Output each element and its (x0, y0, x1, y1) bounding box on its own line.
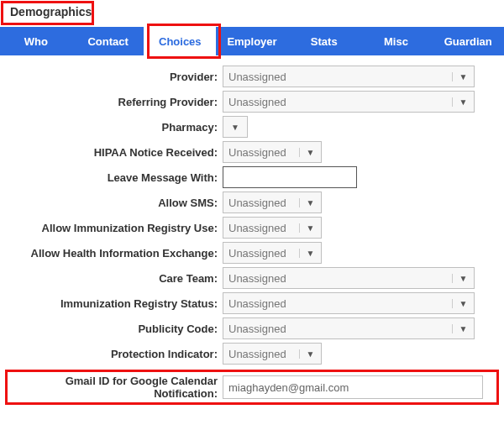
select-value: Unassigned (228, 197, 294, 209)
tab-stats[interactable]: Stats (288, 27, 360, 55)
label-publicity-code: Publicity Code: (0, 323, 223, 335)
select-value: Unassigned (228, 323, 447, 335)
chevron-down-icon: ▼ (299, 223, 316, 233)
select-allow-imm-reg[interactable]: Unassigned ▼ (223, 217, 322, 239)
input-gmail-id[interactable] (223, 375, 483, 399)
panel-title: Demographics (0, 0, 102, 24)
label-gmail-id: Gmail ID for Google Calendar Notificatio… (0, 375, 223, 400)
select-protection-indicator[interactable]: Unassigned ▼ (223, 343, 322, 365)
chevron-down-icon: ▼ (452, 274, 469, 283)
chevron-down-icon: ▼ (452, 324, 469, 333)
label-protection-indicator: Protection Indicator: (0, 348, 223, 360)
select-value: Unassigned (228, 247, 294, 260)
chevron-down-icon: ▼ (452, 299, 469, 308)
select-value: Unassigned (228, 96, 447, 108)
select-value: Unassigned (228, 222, 294, 234)
select-allow-sms[interactable]: Unassigned ▼ (223, 192, 322, 213)
tab-guardian[interactable]: Guardian (432, 27, 504, 55)
tab-who[interactable]: Who (0, 27, 72, 55)
tab-contact[interactable]: Contact (72, 27, 144, 55)
chevron-down-icon: ▼ (299, 249, 316, 258)
select-hipaa[interactable]: Unassigned ▼ (223, 141, 322, 163)
label-allow-hie: Allow Health Information Exchange: (0, 247, 223, 260)
select-value: Unassigned (228, 348, 294, 360)
chevron-down-icon: ▼ (299, 349, 316, 359)
tab-choices[interactable]: Choices (144, 27, 216, 55)
select-care-team[interactable]: Unassigned ▼ (223, 267, 475, 289)
label-care-team: Care Team: (0, 272, 223, 285)
chevron-down-icon: ▼ (452, 72, 469, 81)
choices-form: Provider: Unassigned ▼ Referring Provide… (0, 66, 504, 403)
chevron-down-icon: ▼ (228, 123, 242, 132)
chevron-down-icon: ▼ (452, 97, 469, 107)
label-provider: Provider: (0, 71, 223, 83)
tab-employer[interactable]: Employer (216, 27, 288, 55)
label-pharmacy: Pharmacy: (0, 121, 223, 134)
select-provider[interactable]: Unassigned ▼ (223, 66, 475, 87)
tab-misc[interactable]: Misc (360, 27, 433, 55)
select-referring-provider[interactable]: Unassigned ▼ (223, 91, 475, 113)
label-imm-reg-status: Immunization Registry Status: (0, 297, 223, 310)
select-value: Unassigned (228, 71, 447, 83)
label-leave-message: Leave Message With: (0, 171, 223, 184)
label-referring-provider: Referring Provider: (0, 96, 223, 108)
label-hipaa: HIPAA Notice Received: (0, 146, 223, 159)
select-allow-hie[interactable]: Unassigned ▼ (223, 242, 322, 264)
input-leave-message[interactable] (223, 166, 357, 188)
select-value: Unassigned (228, 146, 294, 159)
chevron-down-icon: ▼ (299, 198, 316, 207)
label-allow-sms: Allow SMS: (0, 197, 223, 209)
select-pharmacy[interactable]: ▼ (223, 116, 248, 138)
select-imm-reg-status[interactable]: Unassigned ▼ (223, 292, 475, 314)
select-publicity-code[interactable]: Unassigned ▼ (223, 317, 475, 339)
select-value: Unassigned (228, 272, 447, 285)
select-value: Unassigned (228, 297, 447, 310)
chevron-down-icon: ▼ (299, 148, 316, 157)
tab-bar: Who Contact Choices Employer Stats Misc … (0, 27, 504, 55)
label-allow-imm-reg: Allow Immunization Registry Use: (0, 222, 223, 234)
